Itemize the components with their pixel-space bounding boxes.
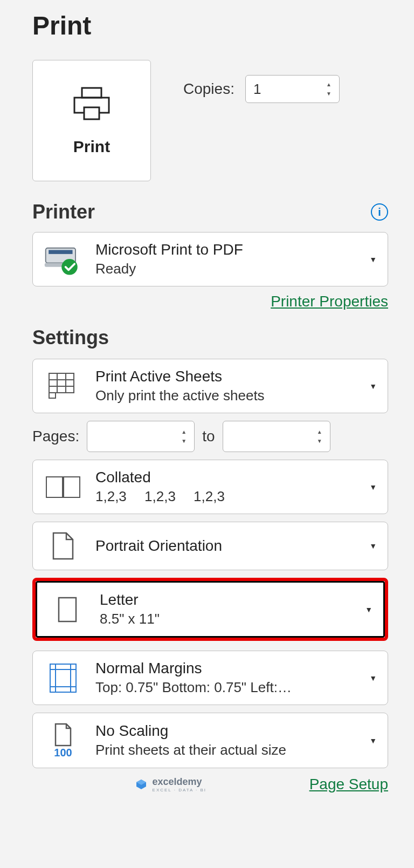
printer-name: Microsoft Print to PDF (95, 241, 356, 258)
settings-header: Settings (32, 326, 388, 349)
margins-icon (44, 662, 82, 694)
chevron-down-icon: ▼ (369, 542, 377, 550)
print-button[interactable]: Print (32, 60, 151, 181)
svg-point-6 (61, 259, 78, 275)
printer-status: Ready (95, 261, 356, 277)
collated-icon (44, 474, 82, 501)
copies-row: Copies: 1 ▲▼ (183, 75, 340, 103)
chevron-down-icon: ▼ (369, 483, 377, 491)
pages-label: Pages: (32, 428, 79, 445)
printer-header: Printer (32, 201, 95, 223)
spinner-arrows-icon[interactable]: ▲▼ (317, 429, 322, 444)
collation-title: Collated (95, 469, 356, 486)
svg-rect-14 (59, 598, 76, 621)
printer-header-row: Printer i (32, 201, 388, 223)
scaling-value: 100 (54, 747, 72, 759)
print-area-sub: Only print the active sheets (95, 387, 356, 404)
svg-rect-0 (82, 88, 101, 98)
chevron-down-icon: ▼ (369, 255, 377, 264)
svg-rect-15 (50, 664, 76, 692)
paper-size-dropdown[interactable]: Letter 8.5" x 11" ▼ (32, 578, 388, 641)
paper-sub: 8.5" x 11" (100, 611, 352, 627)
orientation-dropdown[interactable]: Portrait Orientation ▼ (32, 522, 388, 570)
chevron-down-icon: ▼ (369, 674, 377, 682)
collation-sub: 1,2,3 1,2,3 1,2,3 (95, 488, 356, 505)
printer-icon (70, 86, 113, 125)
pages-to-label: to (202, 428, 215, 445)
pages-to-input[interactable]: ▲▼ (223, 421, 330, 452)
print-area-dropdown[interactable]: Print Active Sheets Only print the activ… (32, 359, 388, 413)
collation-dropdown[interactable]: Collated 1,2,3 1,2,3 1,2,3 ▼ (32, 460, 388, 514)
watermark: exceldemy EXCEL · DATA · BI (135, 776, 207, 792)
spinner-arrows-icon[interactable]: ▲▼ (181, 429, 187, 444)
svg-rect-2 (84, 107, 99, 119)
printer-properties-link[interactable]: Printer Properties (271, 293, 388, 310)
chevron-down-icon: ▼ (369, 736, 377, 745)
copies-label: Copies: (183, 80, 234, 98)
watermark-icon (135, 778, 147, 790)
scaling-sub: Print sheets at their actual size (95, 742, 356, 758)
page-title: Print (32, 11, 388, 40)
pages-row: Pages: ▲▼ to ▲▼ (32, 421, 388, 452)
pages-from-input[interactable]: ▲▼ (87, 421, 195, 452)
svg-rect-4 (49, 250, 72, 254)
margins-sub: Top: 0.75" Bottom: 0.75" Left:… (95, 679, 356, 696)
svg-rect-13 (64, 477, 80, 497)
paper-title: Letter (100, 591, 352, 609)
portrait-icon (44, 531, 82, 561)
printer-device-icon (44, 243, 82, 276)
sheets-icon (44, 372, 82, 400)
print-top-row: Print Copies: 1 ▲▼ (32, 60, 388, 181)
svg-rect-12 (46, 477, 63, 497)
chevron-down-icon: ▼ (369, 382, 377, 391)
svg-rect-7 (49, 373, 74, 393)
copies-spinner[interactable]: 1 ▲▼ (245, 75, 340, 103)
margins-title: Normal Margins (95, 660, 356, 677)
spinner-arrows-icon[interactable]: ▲▼ (326, 81, 332, 97)
margins-dropdown[interactable]: Normal Margins Top: 0.75" Bottom: 0.75" … (32, 651, 388, 705)
print-area-title: Print Active Sheets (95, 368, 356, 385)
orientation-title: Portrait Orientation (95, 537, 356, 555)
watermark-tagline: EXCEL · DATA · BI (153, 788, 207, 792)
printer-dropdown[interactable]: Microsoft Print to PDF Ready ▼ (32, 232, 388, 286)
scaling-title: No Scaling (95, 722, 356, 740)
scaling-icon: 100 (44, 722, 82, 759)
info-icon[interactable]: i (371, 203, 388, 221)
watermark-brand: exceldemy (153, 776, 202, 787)
page-setup-link[interactable]: Page Setup (309, 776, 388, 793)
footer-row: exceldemy EXCEL · DATA · BI Page Setup (32, 776, 388, 793)
print-button-label: Print (73, 138, 110, 156)
chevron-down-icon: ▼ (365, 605, 372, 614)
paper-icon (48, 594, 87, 625)
scaling-dropdown[interactable]: 100 No Scaling Print sheets at their act… (32, 713, 388, 768)
copies-value: 1 (253, 81, 326, 98)
